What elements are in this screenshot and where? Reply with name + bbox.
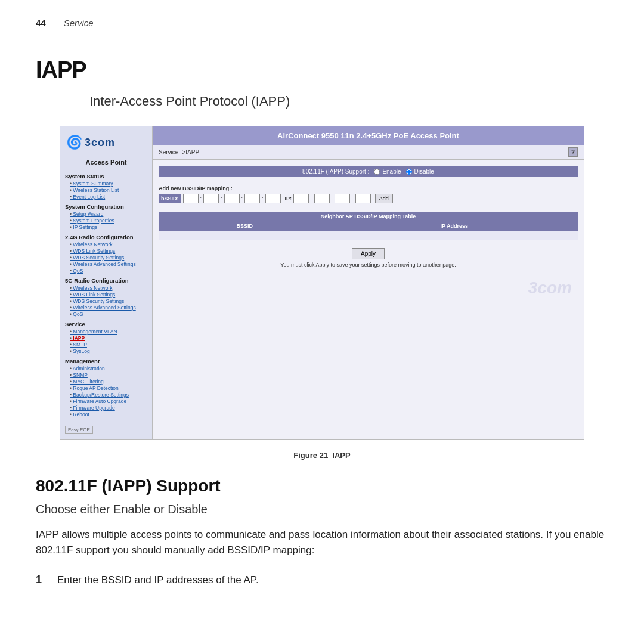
logo-text: 3com bbox=[85, 137, 115, 149]
logo-icon: 🌀 bbox=[66, 135, 82, 150]
breadcrumb-bar: Service ->IAPP ? bbox=[153, 145, 584, 160]
nav-section-management: Management bbox=[65, 358, 147, 364]
iapp-heading: IAPP bbox=[36, 57, 608, 83]
section-802-heading: 802.11F (IAPP) Support bbox=[36, 476, 608, 496]
access-point-title: Access Point bbox=[65, 159, 147, 168]
apply-button[interactable]: Apply bbox=[352, 248, 385, 259]
nav-administration[interactable]: Administration bbox=[70, 366, 147, 371]
nav-syslog[interactable]: SysLog bbox=[70, 348, 147, 354]
ip-field-3[interactable] bbox=[335, 194, 350, 203]
nav-snmp[interactable]: SNMP bbox=[70, 372, 147, 378]
dot-3: . bbox=[352, 196, 354, 202]
figure-caption: Figure 21 IAPP bbox=[36, 451, 608, 460]
colon-1: : bbox=[200, 196, 202, 202]
ip-field-1[interactable] bbox=[293, 194, 309, 203]
nav-reboot[interactable]: Reboot bbox=[70, 411, 147, 417]
colon-2: : bbox=[221, 196, 222, 202]
screenshot-container: 🌀 3com Access Point System Status System… bbox=[60, 126, 584, 440]
nav-section-system-status: System Status bbox=[65, 173, 147, 179]
main-panel: AirConnect 9550 11n 2.4+5GHz PoE Access … bbox=[153, 126, 584, 439]
nav-wireless-advanced-5g[interactable]: Wireless Advanced Settings bbox=[70, 305, 147, 311]
nav-section-service: Service bbox=[65, 321, 147, 327]
add-button[interactable]: Add bbox=[375, 194, 393, 203]
nav-qos-5g[interactable]: QoS bbox=[70, 311, 147, 317]
ip-field-2[interactable] bbox=[314, 194, 330, 203]
iapp-subtitle: Inter-Access Point Protocol (IAPP) bbox=[89, 94, 608, 109]
nav-rogue-ap[interactable]: Rogue AP Detection bbox=[70, 385, 147, 391]
bssid-octet-3[interactable] bbox=[224, 194, 240, 203]
nav-wireless-advanced-24[interactable]: Wireless Advanced Settings bbox=[70, 261, 147, 267]
nav-iapp[interactable]: IAPP bbox=[70, 335, 147, 341]
nav-wireless-network-5g[interactable]: Wireless Network bbox=[70, 285, 147, 291]
nav-firmware-auto[interactable]: Firmware Auto Upgrade bbox=[70, 398, 147, 404]
page-header: 44 Service bbox=[36, 18, 608, 28]
bssid-row: bSSID: : : : : IP: . . . Add bbox=[159, 194, 578, 203]
table-title: Neighbor AP BSSID/IP Mapping Table bbox=[159, 212, 578, 221]
step-1-text: Enter the BSSID and IP addresses of the … bbox=[57, 572, 259, 588]
support-bar: 802.11F (IAPP) Support : Enable Disable bbox=[159, 166, 578, 177]
enable-label: Enable bbox=[382, 168, 401, 175]
nav-section-5g: 5G Radio Configuration bbox=[65, 277, 147, 284]
apply-section: Apply You must click Apply to save your … bbox=[153, 243, 584, 273]
help-button[interactable]: ? bbox=[568, 147, 578, 157]
nav-wds-security-24[interactable]: WDS Security Settings bbox=[70, 255, 147, 261]
nav-section-system-config: System Configuration bbox=[65, 203, 147, 210]
dot-1: . bbox=[311, 196, 312, 202]
table-header-row: Neighbor AP BSSID/IP Mapping Table bbox=[159, 212, 578, 221]
service-label: Service bbox=[64, 18, 94, 28]
table-col-row: BSSID IP Address bbox=[159, 221, 578, 231]
disable-label: Disable bbox=[414, 168, 434, 175]
sidebar-logo: 🌀 3com bbox=[65, 132, 147, 153]
section-802-body: IAPP allows multiple access points to co… bbox=[36, 527, 608, 559]
col-ip: IP Address bbox=[330, 221, 578, 231]
easy-poe-button[interactable]: Easy POE bbox=[65, 426, 93, 434]
nav-wds-link-24[interactable]: WDS Link Settings bbox=[70, 248, 147, 254]
watermark: 3com bbox=[153, 273, 584, 304]
ip-field-4[interactable] bbox=[355, 194, 371, 203]
page-number: 44 bbox=[36, 18, 46, 28]
nav-wireless-network-24[interactable]: Wireless Network bbox=[70, 242, 147, 247]
nav-management-vlan[interactable]: Management VLAN bbox=[70, 329, 147, 335]
disable-radio[interactable] bbox=[406, 169, 412, 175]
bssid-octet-2[interactable] bbox=[203, 194, 219, 203]
bssid-octet-4[interactable] bbox=[244, 194, 260, 203]
nav-system-properties[interactable]: System Properties bbox=[70, 218, 147, 224]
ip-label: IP: bbox=[285, 196, 292, 202]
apply-note: You must click Apply to save your settin… bbox=[157, 262, 579, 268]
mapping-table: Neighbor AP BSSID/IP Mapping Table BSSID… bbox=[159, 212, 578, 240]
nav-mac-filtering[interactable]: MAC Filtering bbox=[70, 379, 147, 385]
nav-event-log-list[interactable]: Event Log List bbox=[70, 194, 147, 200]
nav-setup-wizard[interactable]: Setup Wizard bbox=[70, 211, 147, 217]
nav-qos-24[interactable]: QoS bbox=[70, 268, 147, 274]
add-mapping-label: Add new BSSID/IP mapping : bbox=[159, 185, 578, 191]
disable-radio-group[interactable]: Disable bbox=[406, 168, 434, 175]
device-title: AirConnect 9550 11n 2.4+5GHz PoE Access … bbox=[153, 126, 584, 145]
dot-2: . bbox=[332, 196, 333, 202]
bssid-section: Add new BSSID/IP mapping : bSSID: : : : … bbox=[153, 183, 584, 209]
sidebar: 🌀 3com Access Point System Status System… bbox=[60, 126, 153, 439]
nav-wds-link-5g[interactable]: WDS Link Settings bbox=[70, 292, 147, 298]
colon-3: : bbox=[242, 196, 243, 202]
table-empty-row bbox=[159, 231, 578, 240]
bssid-octet-5[interactable] bbox=[265, 194, 281, 203]
figure-caption-prefix: Figure 21 bbox=[293, 451, 328, 460]
enable-radio[interactable] bbox=[374, 169, 380, 175]
nav-wireless-station-list[interactable]: Wireless Station List bbox=[70, 187, 147, 193]
col-bssid: BSSID bbox=[159, 221, 330, 231]
bssid-label: bSSID: bbox=[159, 194, 181, 203]
breadcrumb: Service ->IAPP bbox=[159, 149, 199, 156]
bssid-octet-1[interactable] bbox=[183, 194, 199, 203]
enable-radio-group[interactable]: Enable bbox=[374, 168, 401, 175]
section-802-subtitle: Choose either Enable or Disable bbox=[36, 503, 608, 516]
figure-caption-label: IAPP bbox=[332, 451, 350, 460]
nav-smtp[interactable]: SMTP bbox=[70, 342, 147, 348]
nav-firmware-upgrade[interactable]: Firmware Upgrade bbox=[70, 405, 147, 411]
step-1: 1 Enter the BSSID and IP addresses of th… bbox=[36, 572, 608, 588]
nav-backup-restore[interactable]: Backup/Restore Settings bbox=[70, 392, 147, 398]
nav-section-24g: 2.4G Radio Configuration bbox=[65, 234, 147, 240]
support-label: 802.11F (IAPP) Support : bbox=[302, 168, 369, 175]
nav-ip-settings[interactable]: IP Settings bbox=[70, 224, 147, 230]
nav-system-summary[interactable]: System Summary bbox=[70, 181, 147, 187]
colon-4: : bbox=[262, 196, 264, 202]
nav-wds-security-5g[interactable]: WDS Security Settings bbox=[70, 298, 147, 304]
